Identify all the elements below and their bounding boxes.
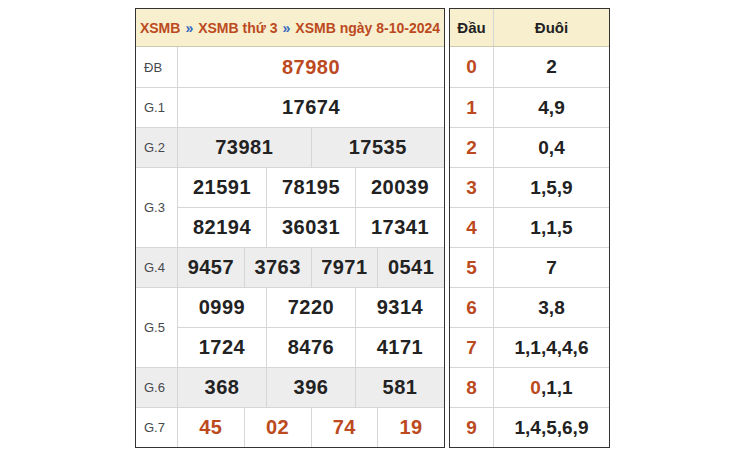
- head-tail-row-4: 4 1,1,5: [450, 207, 609, 247]
- head-digit: 9: [450, 408, 494, 447]
- tail-rest: 1,1,4,4,6: [515, 337, 589, 359]
- prize-number: 20039: [355, 168, 444, 207]
- tail-rest: 7: [546, 257, 557, 279]
- breadcrumb-separator-icon: »: [283, 20, 291, 36]
- prize-label: G.6: [136, 368, 178, 407]
- head-digit: 6: [450, 288, 494, 327]
- head-tail-header: Đầu Đuôi: [450, 9, 609, 47]
- head-digit: 1: [450, 88, 494, 127]
- head-tail-row-3: 3 1,5,9: [450, 167, 609, 207]
- breadcrumb-link-xsmb[interactable]: XSMB: [140, 20, 180, 36]
- prize-number: 74: [311, 408, 378, 447]
- head-tail-row-8: 8 0,1,1: [450, 367, 609, 407]
- tail-digits: 0,1,1: [494, 368, 609, 407]
- tail-digits: 7: [494, 248, 609, 287]
- prize-number: 8476: [266, 328, 355, 367]
- prize-number: 0541: [377, 248, 444, 287]
- head-column-header: Đầu: [450, 9, 494, 46]
- prize-row-special: ĐB 87980: [136, 47, 444, 87]
- prize-label: ĐB: [136, 47, 178, 87]
- tail-digits: 1,1,5: [494, 208, 609, 247]
- breadcrumb-link-date[interactable]: XSMB ngày 8-10-2024: [295, 20, 440, 36]
- tail-digits: 1,5,9: [494, 168, 609, 207]
- breadcrumb-separator-icon: »: [185, 20, 193, 36]
- prize-number: 19: [377, 408, 444, 447]
- tail-rest: 4,9: [538, 97, 564, 119]
- prize-row-g5: G.5 0999 7220 9314 1724 8476 4171: [136, 287, 444, 367]
- prize-number: 82194: [178, 208, 266, 247]
- tail-rest: 0,4: [538, 137, 564, 159]
- prize-row-g2: G.2 73981 17535: [136, 127, 444, 167]
- head-tail-row-0: 0 2: [450, 47, 609, 87]
- tail-rest: 3,8: [538, 297, 564, 319]
- prize-number: 73981: [178, 128, 311, 167]
- head-digit: 5: [450, 248, 494, 287]
- prize-number: 17674: [178, 88, 444, 127]
- tail-digits: 1,1,4,4,6: [494, 328, 609, 367]
- tail-digits: 4,9: [494, 88, 609, 127]
- head-tail-row-6: 6 3,8: [450, 287, 609, 327]
- tail-column-header: Đuôi: [494, 9, 609, 46]
- prize-row-g1: G.1 17674: [136, 87, 444, 127]
- prize-number: 3763: [244, 248, 311, 287]
- breadcrumb-link-weekday[interactable]: XSMB thứ 3: [198, 20, 277, 36]
- prize-label: G.1: [136, 88, 178, 127]
- tail-rest: ,1,1: [541, 377, 573, 399]
- prize-number: 78195: [266, 168, 355, 207]
- prize-number: 0999: [178, 288, 266, 327]
- prize-label: G.2: [136, 128, 178, 167]
- prize-number: 21591: [178, 168, 266, 207]
- prize-number: 17341: [355, 208, 444, 247]
- tail-accent: 0: [530, 377, 541, 399]
- head-tail-row-2: 2 0,4: [450, 127, 609, 167]
- prize-number: 02: [244, 408, 311, 447]
- prize-row-g7: G.7 45 02 74 19: [136, 407, 444, 447]
- prize-number: 9457: [178, 248, 244, 287]
- head-digit: 4: [450, 208, 494, 247]
- tail-rest: 1,1,5: [530, 217, 572, 239]
- prize-row-g4: G.4 9457 3763 7971 0541: [136, 247, 444, 287]
- tail-rest: 2: [546, 56, 557, 78]
- breadcrumb-links: XSMB » XSMB thứ 3 » XSMB ngày 8-10-2024: [140, 20, 440, 36]
- head-digit: 0: [450, 47, 494, 87]
- head-digit: 2: [450, 128, 494, 167]
- head-tail-row-5: 5 7: [450, 247, 609, 287]
- prize-label: G.3: [136, 168, 178, 247]
- head-digit: 7: [450, 328, 494, 367]
- tail-rest: 1,5,9: [530, 177, 572, 199]
- head-tail-table: Đầu Đuôi 0 2 1 4,9 2 0,4 3 1,5,9 4 1,1,5…: [449, 8, 610, 448]
- tail-rest: 1,4,5,6,9: [515, 417, 589, 439]
- prize-number: 7971: [311, 248, 378, 287]
- prize-number: 4171: [355, 328, 444, 367]
- prize-label: G.5: [136, 288, 178, 367]
- head-digit: 8: [450, 368, 494, 407]
- prize-number: 36031: [266, 208, 355, 247]
- prize-number: 396: [266, 368, 355, 407]
- head-tail-row-9: 9 1,4,5,6,9: [450, 407, 609, 447]
- prize-number: 87980: [178, 47, 444, 87]
- prize-number: 1724: [178, 328, 266, 367]
- prize-number: 7220: [266, 288, 355, 327]
- tail-digits: 0,4: [494, 128, 609, 167]
- prize-number: 9314: [355, 288, 444, 327]
- prize-number: 581: [355, 368, 444, 407]
- prize-row-g6: G.6 368 396 581: [136, 367, 444, 407]
- page: XSMB » XSMB thứ 3 » XSMB ngày 8-10-2024 …: [0, 0, 730, 456]
- tail-digits: 3,8: [494, 288, 609, 327]
- prize-row-g3: G.3 21591 78195 20039 82194 36031 17341: [136, 167, 444, 247]
- head-digit: 3: [450, 168, 494, 207]
- tail-digits: 1,4,5,6,9: [494, 408, 609, 447]
- prize-number: 17535: [311, 128, 445, 167]
- head-tail-row-7: 7 1,1,4,4,6: [450, 327, 609, 367]
- results-table: XSMB » XSMB thứ 3 » XSMB ngày 8-10-2024 …: [135, 8, 445, 448]
- tail-digits: 2: [494, 47, 609, 87]
- prize-number: 45: [178, 408, 244, 447]
- head-tail-row-1: 1 4,9: [450, 87, 609, 127]
- prize-number: 368: [178, 368, 266, 407]
- breadcrumb: XSMB » XSMB thứ 3 » XSMB ngày 8-10-2024: [136, 9, 444, 47]
- prize-label: G.4: [136, 248, 178, 287]
- prize-label: G.7: [136, 408, 178, 447]
